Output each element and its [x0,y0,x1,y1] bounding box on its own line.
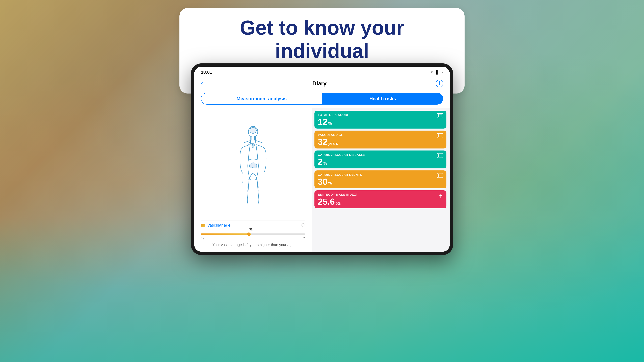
vascular-age-label-row: Vascular age ⓘ [201,221,305,230]
metric-card-cv-diseases[interactable]: CARDIOVASCULAR DISEASES 2% [314,150,446,168]
metric-unit-vascular-age: years [328,141,338,146]
slider-min-label: 1y [201,237,204,240]
wifi-icon: ▾ [431,70,433,74]
metric-card-vascular-age[interactable]: VASCULAR AGE 32years [314,131,446,148]
content-area: Vascular age ⓘ 32 1y 32 Y [194,108,450,252]
vascular-age-text: Vascular age [207,223,230,228]
badge-icon-cv-diseases [437,153,443,158]
status-icons: ▾ ▐ ▭ [431,70,443,74]
battery-icon: ▭ [440,70,443,74]
tab-switcher: Measurement analysis Health risks [194,90,450,108]
metric-unit-cv-events: % [328,181,332,186]
metric-value-cv-diseases: 2 [318,157,323,167]
svg-line-7 [248,179,249,196]
slider-labels: 1y 32 [201,237,305,240]
tab-health-risks[interactable]: Health risks [322,93,443,105]
badge-icon-total-risk [437,113,443,118]
metric-value-row-bmi: 25.6pts [318,197,443,206]
tablet-screen: 18:01 ▾ ▐ ▭ ‹ Diary i Measurement analys… [194,67,450,252]
metric-label-cv-diseases: CARDIOVASCULAR DISEASES [318,153,443,157]
metric-label-total-risk: TOTAL RISK SCORE [318,113,443,117]
metric-value-row-vascular-age: 32years [318,137,443,146]
metric-value-row-cv-diseases: 2% [318,157,443,166]
body-svg [231,126,275,206]
metric-value-row-total-risk: 12% [318,117,443,126]
svg-point-1 [250,127,256,133]
metric-value-total-risk: 12 [318,117,328,127]
cross-icon-bmi: ✝ [438,193,443,199]
status-time: 18:01 [201,70,212,75]
slider-track-fill [201,233,251,235]
metric-value-row-cv-events: 30% [318,177,443,186]
metric-value-cv-events: 30 [318,177,328,187]
vascular-description: Your vascular age is 2 years higher than… [212,241,294,248]
metric-unit-bmi: pts [336,201,341,205]
vascular-icon [201,224,205,227]
nav-bar: ‹ Diary i [194,77,450,90]
metric-card-bmi[interactable]: BMI (BODY MASS INDEX) 25.6pts ✝ [314,190,446,208]
slider-value-above: 32 [249,228,252,231]
slider-track[interactable]: 32 [201,232,305,236]
metric-value-bmi: 25.6 [318,197,335,206]
badge-icon-cv-events [437,173,443,178]
metric-value-vascular-age: 32 [318,137,328,147]
info-button[interactable]: i [436,80,443,87]
slider-value-label: 32 [302,237,305,240]
metric-label-vascular-age: VASCULAR AGE [318,133,443,137]
badge-icon-vascular-age [437,133,443,138]
metric-label-bmi: BMI (BODY MASS INDEX) [318,193,443,197]
slider-area: 32 1y 32 [201,230,305,241]
tab-measurement-analysis[interactable]: Measurement analysis [201,93,322,105]
vascular-info-icon[interactable]: ⓘ [301,223,305,228]
status-bar: 18:01 ▾ ▐ ▭ [194,67,450,77]
tablet-device: 18:01 ▾ ▐ ▭ ‹ Diary i Measurement analys… [191,64,453,255]
left-panel: Vascular age ⓘ 32 1y 32 Y [194,108,312,252]
metric-label-cv-events: CARDIOVASCULAR EVENTS [318,173,443,177]
metric-unit-cv-diseases: % [323,161,327,166]
hero-text-line1: Get to know your individual [240,16,404,62]
signal-icon: ▐ [435,70,438,74]
metric-unit-total-risk: % [328,121,332,126]
metric-card-cv-events[interactable]: CARDIOVASCULAR EVENTS 30% [314,170,446,188]
back-button[interactable]: ‹ [201,80,203,87]
right-panel: TOTAL RISK SCORE 12% VASCULAR AGE 32year… [312,108,450,252]
nav-title: Diary [312,80,326,87]
svg-line-8 [257,179,258,196]
slider-thumb[interactable] [247,232,250,236]
body-diagram [231,111,275,221]
metric-card-total-risk[interactable]: TOTAL RISK SCORE 12% [314,111,446,129]
